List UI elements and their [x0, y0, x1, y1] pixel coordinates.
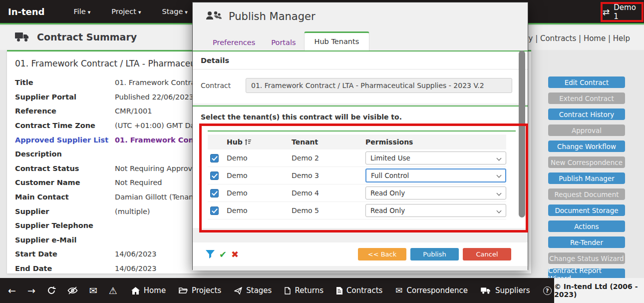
file-contract-icon: [336, 287, 342, 294]
app-window: In-tend File▾ Project▾ Stage▾ Contracts▾…: [0, 0, 644, 303]
permission-select[interactable]: Read Only: [365, 204, 506, 217]
cancel-button[interactable]: Cancel: [463, 248, 511, 260]
contract-field-label: Contract: [201, 82, 246, 90]
menu-stage[interactable]: Stage▾: [155, 4, 194, 18]
request-document-button: Request Document: [548, 188, 625, 200]
tenant-checkbox[interactable]: [210, 189, 219, 198]
chevron-down-icon: ▾: [88, 9, 91, 16]
tenant-switcher-label: Demo 1: [614, 3, 642, 21]
tenant-instruction: Select the tenant(s) this contract will …: [193, 106, 528, 121]
eye-slash-icon[interactable]: [67, 286, 78, 294]
chevron-down-icon: ▾: [138, 9, 141, 16]
paper-plane-icon: [234, 287, 242, 294]
re-tender-button[interactable]: Re-Tender: [548, 236, 625, 248]
document-storage-button[interactable]: Document Storage: [548, 204, 625, 216]
tenants-table-panel: Select the tenant(s) this contract will …: [193, 106, 528, 228]
publish-manager-modal: Publish Manager Preferences Portals Hub …: [192, 2, 528, 270]
modal-footer: ✔ ✖ << Back Publish Cancel: [193, 242, 528, 266]
refresh-icon[interactable]: [47, 286, 56, 295]
tenant-switcher-annotation[interactable]: ⇄ Demo 1: [601, 2, 644, 22]
new-correspondence-button: New Correspondence: [548, 156, 625, 168]
tab-hub-tenants[interactable]: Hub Tenants: [304, 32, 370, 51]
question-circle-icon: ?: [543, 286, 552, 295]
menu-project[interactable]: Project▾: [104, 4, 148, 18]
edit-contract-button[interactable]: Edit Contract: [548, 76, 625, 88]
toolbar-item-home[interactable]: Home: [131, 286, 166, 295]
swap-arrows-icon: ⇄: [603, 7, 610, 17]
forward-arrow-icon[interactable]: →: [27, 285, 35, 296]
x-icon[interactable]: ✖: [231, 249, 239, 260]
check-icon[interactable]: ✔: [219, 249, 227, 260]
tenant-table: Hub Tenant Permissions Demo Demo 2 Limit…: [208, 134, 506, 220]
publish-button[interactable]: Publish: [410, 248, 459, 260]
divider: [208, 130, 516, 132]
truck-icon: [481, 287, 491, 294]
page-title: Contract Summary: [37, 32, 137, 42]
back-button[interactable]: << Back: [358, 248, 406, 260]
users-icon: [205, 10, 222, 22]
contract-field-input[interactable]: [246, 78, 512, 93]
change-workflow-button[interactable]: Change Workflow: [548, 140, 625, 152]
actions-button[interactable]: Actions: [548, 220, 625, 232]
approval-button: Approval: [548, 124, 625, 136]
tenant-checkbox[interactable]: [210, 206, 219, 215]
modal-tabs: Preferences Portals Hub Tenants: [205, 32, 369, 51]
permission-select[interactable]: Read Only: [365, 186, 506, 200]
back-arrow-icon[interactable]: ←: [8, 285, 16, 296]
tenant-checkbox[interactable]: [210, 172, 219, 180]
menu-file[interactable]: File▾: [67, 4, 98, 18]
toolbar-item-contracts[interactable]: Contracts: [336, 286, 382, 295]
tenant-checkbox[interactable]: [210, 154, 219, 162]
modal-title: Publish Manager: [229, 10, 316, 22]
brand-logo: In-tend: [8, 6, 45, 17]
tab-portals[interactable]: Portals: [263, 34, 304, 51]
permission-select[interactable]: Limited Use: [365, 152, 506, 164]
tenants-section: Select the tenant(s) this contract will …: [193, 106, 528, 270]
tenant-row: Demo Demo 4 Read Only: [208, 184, 506, 202]
details-section-label: Details: [193, 52, 528, 70]
hub-column-header[interactable]: Hub: [227, 138, 243, 146]
tenant-row: Demo Demo 3 Full Control: [208, 167, 506, 184]
publish-manager-button[interactable]: Publish Manager: [548, 172, 625, 184]
file-icon: [285, 287, 291, 294]
envelope-icon: ✉: [395, 286, 402, 296]
filter-icon[interactable]: [206, 250, 215, 259]
tenant-row: Demo Demo 2 Limited Use: [208, 150, 506, 167]
toolbar-item-correspondence[interactable]: ✉Correspondence: [395, 286, 468, 296]
envelope-icon[interactable]: ✉: [89, 285, 97, 296]
copyright-notice: © In-tend Ltd (2006 - 2023): [554, 278, 644, 303]
contract-history-button[interactable]: Contract History: [548, 108, 625, 120]
tenant-row: Demo Demo 5 Read Only: [208, 202, 506, 220]
folder-open-icon: [179, 287, 188, 294]
warning-icon[interactable]: ⚠: [109, 285, 117, 296]
home-icon: [131, 287, 140, 294]
chevron-down-icon: ▾: [185, 9, 188, 16]
bottom-toolbar: ← → ✉ ⚠ Home Projects Stages Returns Con…: [0, 278, 644, 303]
truck-icon: [15, 32, 30, 42]
modal-scrollbar[interactable]: [519, 50, 525, 218]
details-section: Details Contract: [193, 50, 528, 104]
toolbar-item-returns[interactable]: Returns: [285, 286, 323, 295]
permissions-column-header[interactable]: Permissions: [365, 138, 506, 146]
tenant-table-header: Hub Tenant Permissions: [208, 134, 506, 150]
change-status-wizard-button: Change Status Wizard: [548, 252, 625, 264]
toolbar-item-suppliers[interactable]: Suppliers: [481, 286, 530, 295]
sort-amount-up-icon[interactable]: [245, 139, 251, 145]
extend-contract-button: Extend Contract: [548, 92, 625, 104]
tab-preferences[interactable]: Preferences: [205, 34, 263, 51]
toolbar-item-projects[interactable]: Projects: [179, 286, 221, 295]
tenant-column-header[interactable]: Tenant: [292, 138, 365, 146]
toolbar-item-stages[interactable]: Stages: [234, 286, 272, 295]
permission-select[interactable]: Full Control: [365, 168, 506, 182]
